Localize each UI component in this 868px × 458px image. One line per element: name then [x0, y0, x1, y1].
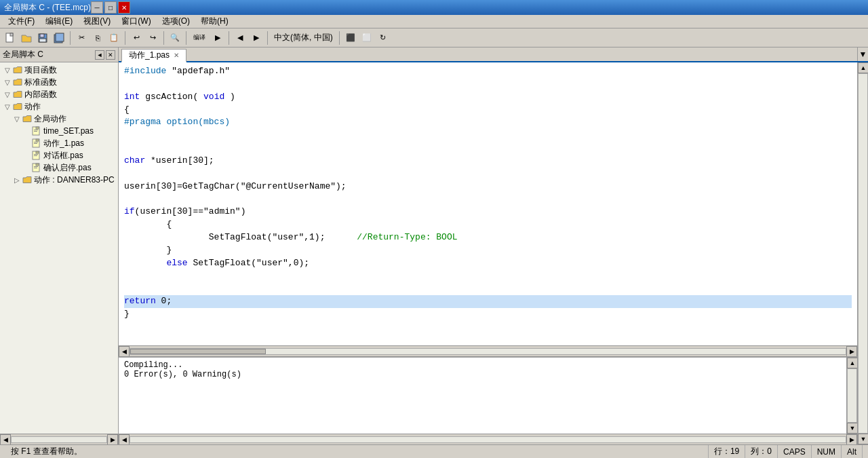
code-line: } — [124, 308, 852, 321]
output-scroll-up[interactable]: ▲ — [847, 358, 857, 368]
sidebar-tree: ▽项目函数▽标准函数▽内部函数▽动作▽全局动作 time_SET.pas 动作_… — [0, 62, 118, 434]
code-line: #pragma option(mbcs) — [124, 116, 852, 129]
toolbar-cut[interactable]: ✂ — [74, 31, 89, 45]
editor-wrapper: #include "apdefap.h" int gscAction( void… — [119, 62, 868, 444]
maximize-button[interactable]: □ — [104, 1, 117, 14]
editor-vscroll-down[interactable]: ▼ — [858, 434, 868, 444]
menu-options[interactable]: 选项(O) — [157, 14, 195, 28]
toolbar-paste[interactable]: 📋 — [106, 31, 121, 45]
editor-hscroll[interactable]: ◀ ▶ — [119, 345, 857, 356]
editor-vscroll[interactable]: ▲ ▼ — [857, 62, 868, 444]
output-scroll-left[interactable]: ◀ — [119, 434, 130, 445]
output-panel: Compiling...0 Error(s), 0 Warning(s) ▲ ▼… — [119, 356, 857, 444]
editor-vscroll-up[interactable]: ▲ — [858, 62, 868, 73]
status-col: 列：0 — [745, 445, 778, 458]
toolbar: ✂ ⎘ 📋 ↩ ↪ 🔍 编译 ▶ ◀ ▶ 中文(简体, 中国) ⬛ ⬜ ↻ — [0, 28, 868, 47]
minimize-button[interactable]: ─ — [91, 1, 103, 14]
editor-area: 动作_1.pas ✕ ▼ #include "apdefap.h" int gs… — [119, 47, 868, 444]
sidebar-tree-item[interactable]: 动作_1.pas — [0, 137, 118, 149]
tree-item-icon — [12, 101, 23, 112]
editor-vscroll-track[interactable] — [858, 73, 868, 434]
svg-rect-20 — [36, 164, 39, 166]
toolbar-open[interactable] — [19, 31, 34, 45]
close-button[interactable]: ✕ — [118, 1, 130, 14]
menu-file[interactable]: 文件(F) — [3, 14, 40, 28]
sidebar-tree-item[interactable]: ▽标准函数 — [0, 76, 118, 88]
sidebar-tree-item[interactable]: ▽内部函数 — [0, 88, 118, 100]
output-hscroll[interactable]: ◀ ▶ — [119, 434, 857, 444]
sidebar-tree-item[interactable]: ▽动作 — [0, 100, 118, 113]
toolbar-action1[interactable]: ⬛ — [343, 31, 358, 45]
sidebar-close-button[interactable]: ✕ — [106, 50, 115, 60]
tree-expand-icon: ▽ — [3, 103, 12, 111]
code-line — [124, 142, 852, 155]
tab-dropdown[interactable]: ▼ — [857, 47, 868, 61]
tree-item-icon — [22, 174, 33, 185]
toolbar-new[interactable] — [3, 31, 18, 45]
status-row: 行：19 — [709, 445, 745, 458]
sidebar-pin-button[interactable]: ◄ — [95, 50, 104, 60]
toolbar-sep3 — [163, 31, 164, 45]
code-line — [124, 193, 852, 206]
output-scroll-track[interactable] — [847, 368, 857, 423]
sidebar-tree-item[interactable]: ▽项目函数 — [0, 64, 118, 76]
toolbar-copy[interactable]: ⎘ — [90, 31, 105, 45]
tree-item-icon — [31, 162, 42, 173]
svg-rect-4 — [39, 39, 46, 42]
status-caps: CAPS — [778, 445, 812, 458]
menu-window[interactable]: 窗口(W) — [116, 14, 156, 28]
toolbar-action3[interactable]: ↻ — [376, 31, 391, 45]
editor-scroll-left[interactable]: ◀ — [119, 346, 130, 357]
toolbar-encoding: 中文(简体, 中国) — [271, 32, 336, 43]
sidebar-tree-item[interactable]: 确认启停.pas — [0, 161, 118, 174]
sidebar-tree-item[interactable]: time_SET.pas — [0, 125, 118, 137]
menu-edit[interactable]: 编辑(E) — [40, 14, 78, 28]
svg-rect-8 — [36, 127, 39, 129]
sidebar-tree-item[interactable]: 对话框.pas — [0, 149, 118, 161]
output-scroll-right[interactable]: ▶ — [846, 434, 857, 445]
window-controls: ─ □ ✕ — [91, 1, 130, 14]
tab-action1[interactable]: 动作_1.pas ✕ — [121, 49, 186, 62]
sidebar-title: 全局脚本 C — [3, 49, 95, 60]
toolbar-compile[interactable]: 编译 — [190, 31, 209, 45]
sidebar-hscroll[interactable]: ◀ ▶ — [0, 434, 118, 444]
editor-scroll-track[interactable] — [130, 348, 846, 355]
toolbar-save[interactable] — [35, 31, 50, 45]
toolbar-save-all[interactable] — [52, 31, 66, 45]
sidebar-scroll-right[interactable]: ▶ — [107, 434, 118, 445]
output-vscroll[interactable]: ▲ ▼ — [846, 358, 857, 434]
toolbar-action2[interactable]: ⬜ — [359, 31, 374, 45]
editor-scroll-right[interactable]: ▶ — [846, 346, 857, 357]
tree-item-label: 动作 : DANNER83-PC — [34, 174, 115, 186]
toolbar-find[interactable]: 🔍 — [167, 31, 182, 45]
menu-help[interactable]: 帮助(H) — [195, 14, 234, 28]
svg-rect-12 — [36, 139, 39, 141]
sidebar-scroll-track[interactable] — [11, 436, 107, 443]
toolbar-sep1 — [70, 31, 71, 45]
tab-close-button[interactable]: ✕ — [174, 52, 179, 59]
tree-item-icon — [12, 89, 23, 100]
output-scroll-track-h[interactable] — [130, 436, 846, 443]
svg-rect-21 — [34, 166, 38, 167]
sidebar-tree-item[interactable]: ▽全局动作 — [0, 113, 118, 125]
svg-rect-13 — [34, 142, 38, 142]
editor-scroll-thumb[interactable] — [130, 349, 266, 354]
toolbar-sep5 — [229, 31, 229, 45]
svg-rect-9 — [34, 130, 38, 130]
code-editor[interactable]: #include "apdefap.h" int gscAction( void… — [119, 62, 857, 345]
code-line: } — [124, 244, 852, 257]
toolbar-run[interactable]: ▶ — [210, 31, 225, 45]
sidebar-scroll-left[interactable]: ◀ — [0, 434, 11, 445]
menu-view[interactable]: 视图(V) — [78, 14, 116, 28]
output-scroll-down[interactable]: ▼ — [847, 423, 857, 434]
svg-rect-14 — [34, 143, 37, 144]
tree-item-icon — [31, 150, 42, 161]
svg-rect-18 — [34, 155, 37, 156]
sidebar-tree-item[interactable]: ▷动作 : DANNER83-PC — [0, 174, 118, 186]
svg-rect-22 — [34, 168, 37, 168]
toolbar-redo[interactable]: ↪ — [145, 31, 160, 45]
toolbar-prev[interactable]: ◀ — [233, 31, 248, 45]
toolbar-next[interactable]: ▶ — [249, 31, 264, 45]
toolbar-undo[interactable]: ↩ — [129, 31, 144, 45]
tree-item-label: 内部函数 — [24, 89, 57, 100]
